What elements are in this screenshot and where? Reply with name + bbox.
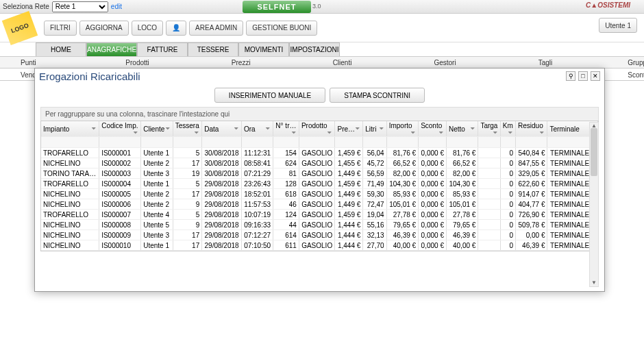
user-icon-button[interactable]: 👤 — [166, 21, 186, 36]
col-header-cliente[interactable]: Cliente⏷ — [141, 121, 173, 137]
scroll-down-icon[interactable]: ▼ — [590, 279, 598, 286]
table-row[interactable]: TROFARELLOIS000004Utente 1529/08/201823:… — [41, 179, 598, 189]
filter-cell — [478, 137, 500, 148]
filter-input[interactable] — [175, 138, 199, 146]
maximize-icon[interactable]: □ — [578, 71, 588, 81]
col-header-impianto[interactable]: Impianto⏷ — [41, 121, 99, 137]
subtab-gestori[interactable]: Gestori — [413, 57, 476, 68]
filter-cell — [500, 137, 515, 148]
filter-icon[interactable]: ⏷ — [194, 129, 199, 136]
col-header-prodotto[interactable]: Prodotto⏷ — [299, 121, 335, 137]
cell-km: 0 — [500, 220, 515, 230]
col-header-importo[interactable]: Importo⏷ — [386, 121, 418, 137]
filter-icon[interactable]: ⏷ — [438, 129, 444, 136]
select-rete[interactable]: Rete 1 — [52, 1, 108, 12]
filter-icon[interactable]: ⏷ — [133, 129, 138, 136]
table-row[interactable]: NICHELINOIS000010Utente 11729/08/201807:… — [41, 240, 598, 251]
filter-icon[interactable]: ⏷ — [265, 125, 271, 132]
filter-input[interactable] — [365, 138, 384, 146]
filter-icon[interactable]: ⏷ — [539, 129, 545, 136]
col-header-litri[interactable]: Litri⏷ — [363, 121, 386, 137]
filter-icon[interactable]: ⏷ — [234, 125, 239, 132]
area-admin-button[interactable]: AREA ADMIN — [189, 21, 243, 36]
group-hint[interactable]: Per raggruppare su una colonna, trascina… — [40, 107, 599, 121]
table-row[interactable]: NICHELINOIS000002Utente 21730/08/201808:… — [41, 158, 598, 169]
col-header-km[interactable]: Km⏷ — [500, 121, 515, 137]
cell-prodotto: GASOLIO — [299, 179, 335, 189]
filter-input[interactable] — [275, 138, 297, 146]
table-row[interactable]: TROFARELLOIS000001Utente 1530/08/201811:… — [41, 148, 598, 158]
col-header-tessera[interactable]: Tessera⏷ — [173, 121, 201, 137]
col-header-n-tr-[interactable]: N° tr…⏷ — [273, 121, 299, 137]
grid-filter-row — [41, 137, 598, 148]
col-header-targa[interactable]: Targa⏷ — [478, 121, 500, 137]
subtab-punti[interactable]: Punti Vendita — [0, 57, 64, 68]
filter-input[interactable] — [480, 138, 497, 146]
table-row[interactable]: TROFARELLOIS000007Utente 4529/08/201810:… — [41, 210, 598, 220]
col-header-ora[interactable]: Ora⏷ — [241, 121, 273, 137]
tab-home[interactable]: HOME — [36, 42, 86, 56]
filter-input[interactable] — [421, 138, 444, 146]
col-header-data[interactable]: Data⏷ — [202, 121, 242, 137]
col-header-residuo[interactable]: Residuo⏷ — [516, 121, 547, 137]
loco-button[interactable]: LOCO — [132, 21, 163, 36]
filter-input[interactable] — [449, 138, 475, 146]
filter-input[interactable] — [389, 138, 416, 146]
filter-input[interactable] — [503, 138, 513, 146]
filter-input[interactable] — [337, 138, 360, 146]
filtri-button[interactable]: FILTRI — [44, 21, 77, 36]
tab-tessere[interactable]: TESSERE — [188, 42, 238, 56]
tab-fatture[interactable]: FATTURE — [137, 42, 188, 56]
filter-input[interactable] — [43, 138, 97, 146]
filter-input[interactable] — [204, 138, 239, 146]
filter-input[interactable] — [301, 138, 333, 146]
filter-icon[interactable]: ⏷ — [410, 129, 416, 136]
tab-movimenti[interactable]: MOVIMENTI — [238, 42, 289, 56]
table-row[interactable]: TORINO TARA…IS000003Utente 31930/08/2018… — [41, 169, 598, 179]
pin-icon[interactable]: ⚲ — [566, 71, 575, 81]
filter-icon[interactable]: ⏷ — [165, 125, 171, 132]
filter-icon[interactable]: ⏷ — [493, 129, 498, 136]
filter-icon[interactable]: ⏷ — [379, 125, 384, 132]
col-header-pre-[interactable]: Pre…⏷ — [335, 121, 363, 137]
filter-icon[interactable]: ⏷ — [470, 125, 475, 132]
table-row[interactable]: NICHELINOIS000008Utente 5929/08/201809:1… — [41, 220, 598, 230]
filter-icon[interactable]: ⏷ — [327, 129, 332, 136]
gestione-buoni-button[interactable]: GESTIONE BUONI — [246, 21, 317, 36]
col-header-netto[interactable]: Netto⏷ — [446, 121, 478, 137]
filter-cell — [335, 137, 363, 148]
tab-anagrafiche[interactable]: ANAGRAFICHE — [86, 42, 137, 56]
edit-link[interactable]: edit — [111, 3, 122, 10]
subtab-clienti[interactable]: Clienti — [312, 57, 373, 68]
stampa-scontrini-button[interactable]: STAMPA SCONTRINI — [330, 88, 425, 103]
filter-icon[interactable]: ⏷ — [355, 125, 360, 132]
utente-button[interactable]: Utente 1 — [599, 18, 637, 33]
table-row[interactable]: NICHELINOIS000005Utente 21729/08/201818:… — [41, 189, 598, 199]
filter-icon[interactable]: ⏷ — [91, 125, 97, 132]
col-header-sconto[interactable]: Sconto⏷ — [419, 121, 447, 137]
filter-input[interactable] — [244, 138, 271, 146]
inserimento-manuale-button[interactable]: INSERIMENTO MANUALE — [214, 88, 325, 103]
filter-input[interactable] — [101, 138, 138, 146]
cell-prezzo: 1,455 € — [335, 158, 363, 169]
scroll-thumb[interactable] — [591, 128, 597, 176]
filter-icon[interactable]: ⏷ — [508, 129, 513, 136]
col-header-codice-imp-[interactable]: Codice Imp.⏷ — [99, 121, 141, 137]
cell-codice: IS000001 — [99, 148, 141, 158]
grid-scrollbar[interactable]: ▲ ▼ — [589, 122, 599, 287]
cell-prodotto: GASOLIO — [299, 199, 335, 210]
filter-input[interactable] — [143, 138, 171, 146]
filter-input[interactable] — [518, 138, 545, 146]
close-icon[interactable]: ✕ — [591, 71, 600, 81]
subtab-prezzi[interactable]: Prezzi — [211, 57, 271, 68]
subtab-tagli[interactable]: Tagli — [518, 57, 573, 68]
filter-cell — [41, 137, 99, 148]
tab-impostazioni[interactable]: IMPOSTAZIONI — [289, 42, 340, 56]
subtab-prodotti[interactable]: Prodotti — [105, 57, 169, 68]
subtab-gruppi[interactable]: Gruppi Sconto — [607, 57, 644, 68]
cell-impianto: TROFARELLO — [41, 210, 99, 220]
table-row[interactable]: NICHELINOIS000006Utente 2929/08/201811:5… — [41, 199, 598, 210]
aggiorna-button[interactable]: AGGIORNA — [79, 21, 129, 36]
filter-icon[interactable]: ⏷ — [291, 129, 297, 136]
table-row[interactable]: NICHELINOIS000009Utente 31729/08/201807:… — [41, 230, 598, 240]
